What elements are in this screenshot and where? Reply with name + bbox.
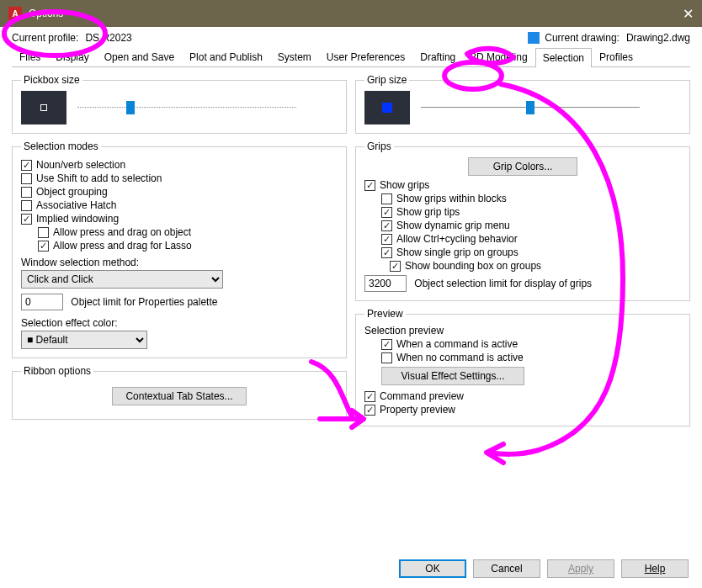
pickbox-legend: Pickbox size bbox=[21, 74, 82, 86]
contextual-tab-states-button[interactable]: Contextual Tab States... bbox=[112, 387, 247, 405]
ok-button[interactable]: OK bbox=[399, 559, 466, 578]
chk-bbox-groups[interactable] bbox=[390, 261, 401, 272]
gripsize-legend: Grip size bbox=[364, 74, 409, 86]
lbl-obj-group: Object grouping bbox=[36, 186, 108, 198]
window-title: Options bbox=[29, 8, 63, 19]
grips-legend: Grips bbox=[364, 140, 394, 152]
chk-grips-blocks[interactable] bbox=[381, 193, 392, 204]
chk-grip-tips[interactable] bbox=[381, 207, 392, 218]
chk-press-drag-lasso[interactable] bbox=[38, 241, 49, 252]
tab-system[interactable]: System bbox=[270, 47, 319, 66]
lbl-dyn-menu: Show dynamic grip menu bbox=[396, 220, 510, 231]
chk-noun-verb[interactable] bbox=[21, 160, 32, 171]
profile-label: Current profile: bbox=[12, 32, 78, 44]
lbl-cmd-active: When a command is active bbox=[396, 338, 518, 350]
tab-plot-publish[interactable]: Plot and Publish bbox=[182, 47, 270, 66]
header-row: Current profile: DS R2023 Current drawin… bbox=[0, 27, 702, 47]
lbl-shift-add: Use Shift to add to selection bbox=[36, 172, 162, 184]
gripsize-group: Grip size bbox=[355, 74, 690, 134]
drawing-value: Drawing2.dwg bbox=[626, 32, 690, 44]
tab-strip: Files Display Open and Save Plot and Pub… bbox=[12, 47, 690, 67]
chk-shift-add[interactable] bbox=[21, 173, 32, 184]
chk-cmd-active[interactable] bbox=[381, 339, 392, 350]
preview-group: Preview Selection preview When a command… bbox=[355, 308, 690, 426]
chk-prop-preview[interactable] bbox=[364, 405, 375, 416]
lbl-implied-win: Implied windowing bbox=[36, 213, 119, 225]
tab-user-prefs[interactable]: User Preferences bbox=[319, 47, 412, 66]
chk-ctrl-cycle[interactable] bbox=[381, 234, 392, 245]
win-sel-method[interactable]: Click and Click bbox=[21, 270, 223, 289]
pickbox-group: Pickbox size bbox=[12, 74, 347, 134]
ribbon-group: Ribbon options Contextual Tab States... bbox=[12, 365, 347, 420]
tab-display[interactable]: Display bbox=[48, 47, 96, 66]
obj-limit-input[interactable] bbox=[21, 294, 63, 310]
grips-group: Grips Grip Colors... Show grips Show gri… bbox=[355, 140, 690, 301]
drawing-label: Current drawing: bbox=[545, 32, 620, 44]
lbl-noun-verb: Noun/verb selection bbox=[36, 159, 125, 171]
lbl-prop-preview: Property preview bbox=[380, 404, 455, 416]
lbl-single-grip: Show single grip on groups bbox=[396, 246, 519, 258]
pickbox-slider[interactable] bbox=[77, 99, 296, 116]
tab-files[interactable]: Files bbox=[12, 47, 48, 66]
grip-limit-label: Object selection limit for display of gr… bbox=[414, 278, 592, 289]
title-bar: A Options ✕ bbox=[0, 0, 702, 27]
lbl-assoc-hatch: Associative Hatch bbox=[36, 199, 116, 211]
close-icon[interactable]: ✕ bbox=[683, 6, 694, 22]
tab-drafting[interactable]: Drafting bbox=[412, 47, 463, 66]
gripsize-preview bbox=[364, 91, 410, 124]
tab-selection[interactable]: Selection bbox=[535, 48, 592, 67]
effect-color-label: Selection effect color: bbox=[21, 317, 338, 329]
apply-button[interactable]: Apply bbox=[547, 559, 614, 578]
lbl-cmd-preview: Command preview bbox=[380, 390, 464, 402]
lbl-ctrl-cycle: Allow Ctrl+cycling behavior bbox=[396, 233, 518, 245]
chk-cmd-preview[interactable] bbox=[364, 391, 375, 402]
lbl-show-grips: Show grips bbox=[380, 179, 429, 191]
tab-profiles[interactable]: Profiles bbox=[592, 47, 641, 66]
tab-3d-modeling[interactable]: 3D Modeling bbox=[463, 47, 534, 66]
chk-single-grip[interactable] bbox=[381, 247, 392, 258]
lbl-cmd-inactive: When no command is active bbox=[396, 352, 524, 363]
effect-color-select[interactable]: ■ Default bbox=[21, 331, 147, 349]
gripsize-slider[interactable] bbox=[421, 99, 640, 116]
lbl-grip-tips: Show grip tips bbox=[396, 206, 460, 218]
grip-colors-button[interactable]: Grip Colors... bbox=[468, 157, 577, 176]
chk-implied-win[interactable] bbox=[21, 214, 32, 225]
chk-dyn-menu[interactable] bbox=[381, 220, 392, 231]
lbl-bbox-groups: Show bounding box on groups bbox=[405, 260, 541, 272]
chk-show-grips[interactable] bbox=[364, 180, 375, 191]
grip-limit-input[interactable] bbox=[364, 275, 407, 292]
preview-legend: Preview bbox=[364, 308, 406, 320]
help-button[interactable]: Help bbox=[621, 559, 689, 578]
content-area: Pickbox size Selection modes Noun/verb s… bbox=[0, 67, 702, 440]
cancel-button[interactable]: Cancel bbox=[473, 559, 540, 578]
obj-limit-label: Object limit for Properties palette bbox=[71, 296, 217, 308]
win-sel-label: Window selection method: bbox=[21, 257, 338, 268]
lbl-press-drag-lasso: Allow press and drag for Lasso bbox=[53, 240, 192, 252]
selprev-label: Selection preview bbox=[364, 325, 681, 336]
app-icon: A bbox=[8, 7, 22, 20]
tab-open-save[interactable]: Open and Save bbox=[97, 47, 182, 66]
footer-buttons: OK Cancel Apply Help bbox=[399, 559, 689, 578]
pickbox-preview bbox=[21, 91, 66, 124]
chk-press-drag-obj[interactable] bbox=[38, 227, 49, 238]
chk-cmd-inactive[interactable] bbox=[381, 352, 392, 363]
chk-obj-group[interactable] bbox=[21, 187, 32, 198]
visual-effect-settings-button[interactable]: Visual Effect Settings... bbox=[381, 367, 524, 385]
lbl-press-drag-obj: Allow press and drag on object bbox=[53, 226, 191, 238]
left-column: Pickbox size Selection modes Noun/verb s… bbox=[12, 74, 347, 433]
right-column: Grip size Grips Grip Colors... Show grip… bbox=[355, 74, 690, 433]
chk-assoc-hatch[interactable] bbox=[21, 200, 32, 211]
selection-modes-group: Selection modes Noun/verb selection Use … bbox=[12, 140, 347, 358]
lbl-grips-blocks: Show grips within blocks bbox=[396, 193, 507, 204]
ribbon-legend: Ribbon options bbox=[21, 365, 93, 377]
profile-value: DS R2023 bbox=[85, 32, 131, 44]
drawing-icon bbox=[528, 32, 540, 44]
selection-modes-legend: Selection modes bbox=[21, 140, 101, 152]
